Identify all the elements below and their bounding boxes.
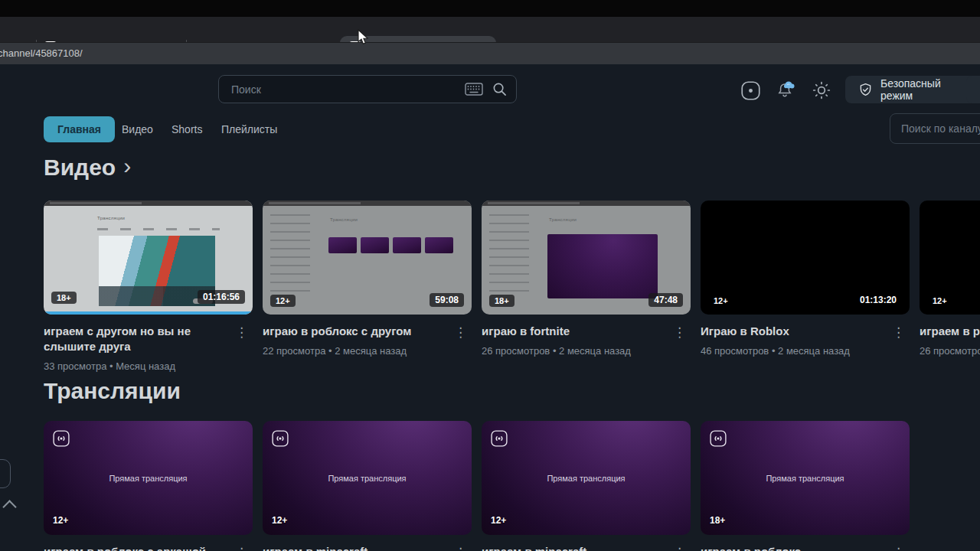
section-title: Трансляции [44, 378, 181, 404]
channel-tab-playlists[interactable]: Плейлисты [207, 116, 291, 142]
mock-stream-grid [328, 237, 453, 253]
video-card: 12+ играем в ро 26 просмотро [920, 201, 980, 357]
age-badge: 12+ [491, 515, 506, 526]
age-badge: 12+ [270, 295, 296, 307]
safe-mode-label: Безопасный режим [880, 77, 968, 102]
record-square-icon[interactable] [740, 80, 761, 101]
stream-overlay-label: Прямая трансляция [482, 474, 691, 483]
chevron-up-icon[interactable] [2, 500, 16, 514]
stream-title[interactable]: играем в роблокс [701, 544, 883, 551]
stream-thumbnail[interactable]: Прямая трансляция 12+ [482, 421, 691, 535]
kebab-menu-icon[interactable]: ⋮ [892, 328, 905, 338]
duration-badge: 59:08 [430, 293, 464, 307]
section-title[interactable]: Видео [44, 155, 116, 181]
video-thumbnail[interactable]: Трансляции 18+ 47:48 [482, 201, 691, 315]
stream-thumbnail[interactable]: Прямая трансляция 12+ [44, 421, 253, 535]
video-meta: 26 просмотров • 2 месяца назад [482, 345, 691, 357]
video-card: Трансляции 12+ 59:08 играю в роблокс с д… [263, 201, 472, 357]
mock-browser-strip [44, 201, 253, 206]
video-title[interactable]: играю в fortnite [482, 324, 664, 339]
watch-progress-bar [44, 311, 253, 315]
chevron-right-icon[interactable]: › [123, 153, 131, 179]
stream-title[interactable]: играем в minecraft [263, 544, 445, 551]
kebab-menu-icon[interactable]: ⋮ [235, 548, 248, 551]
mock-tabs [97, 228, 220, 230]
stream-card: Прямая трансляция 12+ играем в minecraft… [263, 421, 472, 551]
live-broadcast-icon [710, 430, 727, 447]
video-title[interactable]: Играю в Roblox [701, 324, 883, 339]
rutube-page: Безопасный режим Главная Видео Shorts Пл… [0, 64, 980, 551]
video-meta: 33 просмотра • Месяц назад [44, 360, 253, 372]
mock-sidebar [270, 214, 310, 298]
stream-overlay-label: Прямая трансляция [701, 474, 910, 483]
duration-badge: 01:16:56 [198, 290, 245, 304]
video-card: Трансляции 18+ 47:48 играю в fortnite 26… [482, 201, 691, 357]
kebab-menu-icon[interactable]: ⋮ [673, 328, 686, 338]
age-badge: 18+ [51, 292, 77, 304]
stream-thumbnail[interactable]: Прямая трансляция 12+ [263, 421, 472, 535]
age-badge: 18+ [710, 515, 725, 526]
age-badge: 12+ [708, 295, 733, 307]
live-broadcast-icon [272, 430, 289, 447]
video-title[interactable]: играем в ро [920, 324, 980, 339]
stream-overlay-label: Прямая трансляция [263, 474, 472, 483]
stream-card: Прямая трансляция 12+ играем в роблокс с… [44, 421, 253, 551]
section-streams-heading: Трансляции [44, 378, 181, 404]
stream-title[interactable]: играем в роблокс с аркашой [44, 544, 226, 551]
stream-thumbnail[interactable]: Прямая трансляция 18+ [701, 421, 910, 535]
browser-tab-bar: × R Трансляции × S Трансляции - Студия R… [0, 17, 980, 42]
safe-mode-button[interactable]: Безопасный режим [845, 76, 980, 103]
window-top-strip [0, 0, 980, 17]
stream-card: Прямая трансляция 18+ играем в роблокс ⋮ [701, 421, 910, 551]
browser-address-bar[interactable]: channel/45867108/ [0, 42, 980, 64]
kebab-menu-icon[interactable]: ⋮ [235, 328, 248, 338]
video-title[interactable]: играю в роблокс с другом [263, 324, 445, 339]
keyboard-icon[interactable] [465, 83, 483, 96]
channel-tab-glavnaya[interactable]: Главная [44, 116, 115, 142]
kebab-menu-icon[interactable]: ⋮ [454, 328, 467, 338]
kebab-menu-icon[interactable]: ⋮ [892, 548, 905, 551]
video-thumbnail[interactable]: Трансляции 18+ 01:16:56 [44, 201, 253, 315]
video-thumbnail[interactable]: 12+ [920, 201, 980, 315]
stream-card: Прямая трансляция 12+ играем в minecraft… [482, 421, 691, 551]
stream-overlay-label: Прямая трансляция [44, 474, 253, 483]
mock-browser-strip [482, 201, 691, 206]
age-badge: 12+ [53, 515, 68, 526]
age-badge: 12+ [927, 295, 952, 307]
video-card: Трансляции 18+ 01:16:56 играем с другом … [44, 201, 253, 372]
kebab-menu-icon[interactable]: ⋮ [454, 548, 467, 551]
duration-badge: 47:48 [648, 293, 683, 307]
thumb-micro-text: Трансляции [330, 217, 358, 222]
video-meta: 46 просмотров • 2 месяца назад [701, 345, 910, 357]
stream-title[interactable]: играем в minecraft [482, 544, 664, 551]
site-search[interactable] [218, 75, 517, 103]
age-badge: 12+ [272, 515, 287, 526]
video-thumbnail[interactable]: 12+ 01:13:20 [701, 201, 910, 315]
channel-search[interactable] [890, 113, 980, 144]
kebab-menu-icon[interactable]: ⋮ [673, 548, 686, 551]
channel-search-input[interactable] [890, 114, 980, 143]
video-meta: 26 просмотро [920, 345, 980, 357]
video-card: 12+ 01:13:20 Играю в Roblox 46 просмотро… [701, 201, 910, 357]
search-icon[interactable] [492, 82, 507, 96]
video-thumbnail[interactable]: Трансляции 12+ 59:08 [263, 201, 472, 315]
header-partial-button[interactable] [966, 76, 980, 103]
age-badge: 18+ [489, 295, 514, 307]
url-text: channel/45867108/ [0, 47, 83, 59]
screen: × R Трансляции × S Трансляции - Студия R… [0, 0, 980, 551]
thumb-micro-text: Трансляции [549, 217, 577, 222]
live-broadcast-icon [53, 430, 70, 447]
mock-stream-preview [547, 234, 658, 298]
search-input[interactable] [219, 83, 465, 96]
mouse-cursor [358, 29, 369, 45]
theme-sun-icon[interactable] [811, 80, 831, 100]
live-broadcast-icon [491, 430, 508, 447]
notifications-bell-icon[interactable] [775, 80, 798, 101]
mock-browser-strip [263, 201, 472, 206]
duration-badge: 01:13:20 [854, 293, 902, 307]
video-title[interactable]: играем с другом но вы не слышите друга [44, 324, 226, 354]
edge-widget-button[interactable] [0, 459, 11, 488]
thumb-micro-text: Трансляции [97, 216, 125, 220]
section-videos-heading[interactable]: Видео › [44, 155, 131, 181]
mock-sidebar [489, 214, 529, 298]
